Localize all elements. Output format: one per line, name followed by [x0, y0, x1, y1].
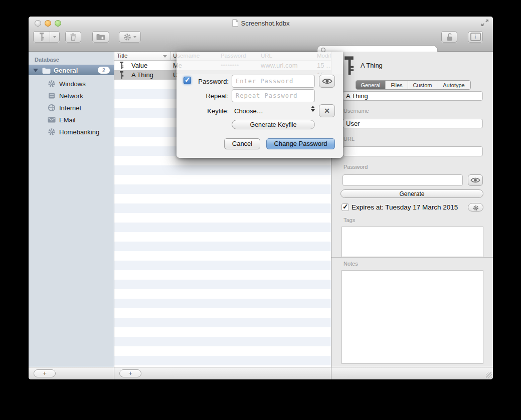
section-divider	[331, 257, 493, 258]
lock-icon	[446, 33, 453, 41]
generate-keyfile-button[interactable]: Generate Keyfile	[232, 120, 315, 129]
minimize-button[interactable]	[45, 20, 51, 27]
gear-icon	[473, 205, 479, 211]
sidebar-item-label: Network	[59, 92, 83, 100]
resize-grip[interactable]	[486, 372, 492, 378]
cell-title: Value	[131, 62, 147, 69]
inspector-entry-title: A Thing	[361, 62, 383, 69]
repeat-password-input[interactable]	[232, 89, 315, 102]
add-entry-footer-button[interactable]: +	[119, 369, 141, 377]
expires-settings-button[interactable]	[468, 203, 483, 212]
action-button[interactable]	[119, 31, 141, 43]
clear-keyfile-button[interactable]: ✕	[319, 104, 335, 117]
inspector-panel: A Thing General Files Custom Autotype Us…	[331, 52, 493, 367]
delete-button[interactable]	[65, 31, 81, 43]
sidebar-section-header: Database	[35, 57, 59, 63]
keyfile-stepper-icon[interactable]	[311, 106, 315, 112]
sidebar-item-label: Windows	[59, 80, 86, 88]
titlebar[interactable]: Screenshot.kdbx	[29, 17, 493, 31]
document-proxy-icon[interactable]	[232, 19, 239, 27]
sidebar-item-label: EMail	[59, 116, 76, 124]
close-button[interactable]	[35, 20, 41, 27]
window-title: Screenshot.kdbx	[241, 20, 290, 27]
sidebar-item-network[interactable]: Network	[29, 90, 114, 102]
key-icon	[119, 62, 124, 69]
envelope-icon	[48, 116, 56, 124]
password-field[interactable]	[342, 174, 463, 186]
tags-field[interactable]	[341, 227, 483, 257]
notes-field[interactable]	[341, 270, 483, 364]
key-icon	[34, 32, 50, 42]
password-enabled-checkbox[interactable]	[184, 77, 191, 84]
url-field[interactable]	[342, 146, 483, 156]
show-password-button[interactable]	[319, 75, 335, 88]
add-entry-dropdown[interactable]	[50, 32, 59, 42]
fullscreen-icon[interactable]	[481, 19, 489, 27]
add-group-button[interactable]	[92, 31, 109, 43]
notes-label: Notes	[343, 261, 358, 267]
sidebar-item-homebanking[interactable]: Homebanking	[29, 126, 114, 138]
column-divider[interactable]	[170, 52, 171, 61]
gear-icon	[48, 128, 56, 136]
gear-icon	[48, 80, 56, 88]
cell-title: A Thing	[131, 71, 153, 79]
sidebar-item-label: Homebanking	[59, 128, 99, 136]
dialog-keyfile-label: Keyfile:	[192, 107, 229, 115]
dialog-password-label: Password:	[192, 78, 229, 85]
footer-divider	[331, 367, 331, 379]
close-icon: ✕	[324, 107, 330, 115]
dialog-repeat-label: Repeat:	[192, 92, 229, 100]
url-label: URL	[343, 136, 355, 142]
sidebar-item-email[interactable]: EMail	[29, 114, 114, 126]
inspector-button[interactable]: i	[468, 31, 483, 43]
trash-icon	[69, 33, 77, 41]
eye-icon	[470, 177, 480, 183]
password-label: Password	[343, 164, 368, 170]
tags-label: Tags	[343, 217, 355, 223]
add-group-footer-button[interactable]: +	[34, 369, 56, 377]
username-field[interactable]	[342, 119, 483, 128]
key-icon	[343, 56, 355, 75]
expires-checkbox[interactable]	[341, 203, 349, 211]
toolbar: Add Entry Delete Add Group Action Search	[29, 30, 493, 52]
reveal-password-button[interactable]	[468, 174, 483, 186]
tab-autotype[interactable]: Autotype	[437, 81, 470, 89]
folder-plus-icon	[96, 34, 105, 41]
disclosure-triangle-icon[interactable]	[33, 69, 38, 72]
desktop: Screenshot.kdbx Add Entry Delete Add Gro…	[0, 0, 521, 420]
dialog-shadow-strip	[177, 52, 343, 74]
username-label: Username	[343, 108, 369, 114]
title-field[interactable]	[342, 91, 483, 101]
new-password-input[interactable]	[232, 75, 315, 88]
column-header-title[interactable]: Title	[117, 53, 127, 59]
change-password-dialog: Password: Repeat: Keyfile: Choose… ✕ Gen…	[177, 52, 343, 158]
sidebar: Database General 2 Windows Network Inter…	[29, 52, 114, 367]
title-group: Screenshot.kdbx	[232, 19, 290, 27]
sidebar-item-windows[interactable]: Windows	[29, 78, 114, 90]
tab-general[interactable]: General	[356, 81, 386, 89]
change-password-button[interactable]: Change Password	[266, 138, 335, 149]
inspector-tabs: General Files Custom Autotype	[356, 80, 471, 90]
inspector-icon: i	[470, 33, 481, 41]
expires-label: Expires at: Tuesday 17 March 2015	[352, 203, 458, 211]
generate-password-button[interactable]: Generate	[340, 189, 483, 198]
app-window: Screenshot.kdbx Add Entry Delete Add Gro…	[29, 17, 493, 379]
gear-icon	[123, 33, 131, 41]
footer-divider	[114, 367, 114, 379]
sidebar-item-label: Internet	[59, 104, 81, 112]
folder-icon	[42, 67, 51, 74]
tab-files[interactable]: Files	[386, 81, 408, 89]
server-icon	[48, 92, 56, 100]
add-entry-button[interactable]	[33, 31, 60, 43]
cancel-button[interactable]: Cancel	[224, 138, 260, 149]
zoom-button[interactable]	[55, 20, 61, 27]
tab-custom[interactable]: Custom	[408, 81, 437, 89]
keyfile-popup[interactable]: Choose…	[234, 107, 263, 115]
sidebar-item-internet[interactable]: Internet	[29, 102, 114, 114]
lock-button[interactable]	[441, 31, 457, 43]
sidebar-group-badge: 2	[98, 67, 110, 74]
sort-descending-icon	[163, 55, 167, 58]
bottom-bar: + +	[29, 367, 493, 379]
key-icon	[119, 71, 124, 79]
sidebar-group-general[interactable]: General 2	[29, 65, 114, 75]
